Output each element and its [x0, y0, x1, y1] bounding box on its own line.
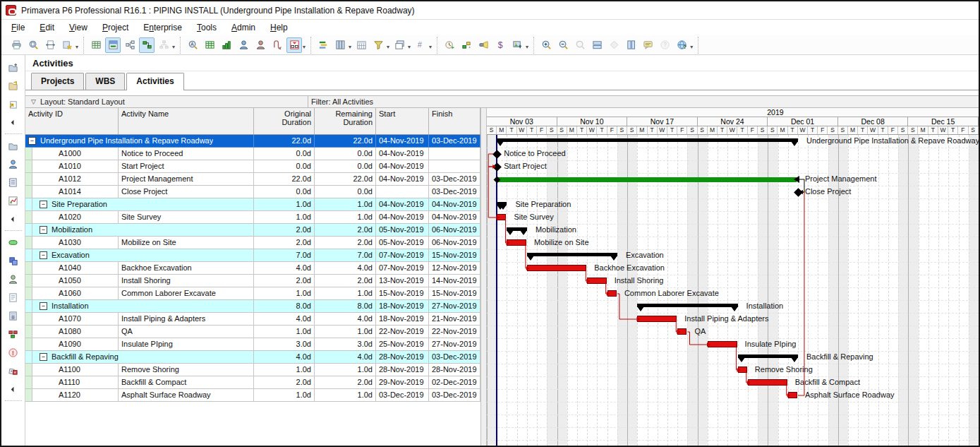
cell-id[interactable]: A1010 — [32, 160, 119, 173]
row-band[interactable] — [25, 249, 32, 262]
cell-rd[interactable]: 2.0d — [315, 376, 376, 389]
collapse-arrow-icon[interactable] — [4, 210, 23, 227]
cell-fn[interactable]: 14-Nov-2019 — [429, 275, 480, 287]
gantt-bar-A1080[interactable] — [677, 328, 686, 335]
cell-id[interactable]: A1030 — [32, 237, 119, 249]
table-row-A1080[interactable]: A1080QA1.0d1.0d22-Nov-201922-Nov-2019 — [25, 326, 480, 338]
collapse-minus-icon[interactable]: − — [40, 353, 47, 361]
expenses-icon[interactable] — [4, 307, 23, 324]
cell-name-merged[interactable]: −Mobilization — [32, 224, 254, 237]
level-resources-icon[interactable] — [459, 37, 474, 53]
row-band[interactable] — [25, 389, 32, 402]
calendar-icon[interactable] — [353, 37, 369, 53]
dropdown-arrow-icon[interactable]: ▾ — [172, 44, 175, 50]
cell-rd[interactable]: 8.0d — [315, 300, 376, 313]
row-band[interactable] — [25, 376, 32, 389]
cell-fn[interactable]: 22-Nov-2019 — [429, 326, 480, 338]
columns-icon[interactable] — [332, 37, 348, 53]
cell-id[interactable]: A1080 — [32, 326, 119, 338]
cell-nm[interactable]: Project Management — [119, 173, 254, 186]
menu-edit[interactable]: Edit — [40, 23, 54, 32]
table-row-mobilization[interactable]: −Mobilization2.0d2.0d05-Nov-201906-Nov-2… — [25, 224, 480, 237]
cell-st[interactable]: 04-Nov-2019 — [376, 148, 429, 160]
table-row-A1100[interactable]: A1100Remove Shoring1.0d1.0d28-Nov-201928… — [25, 364, 480, 376]
gantt-bar-A1100[interactable] — [738, 366, 747, 373]
horizontal-split-icon[interactable] — [589, 37, 605, 53]
row-band[interactable] — [25, 262, 32, 275]
cell-fn[interactable]: 03-Dec-2019 — [429, 389, 480, 402]
cell-st[interactable]: 04-Nov-2019 — [376, 135, 429, 148]
cell-od[interactable]: 22.0d — [254, 173, 315, 186]
table-row-A1040[interactable]: A1040Backhoe Excavation4.0d4.0d07-Nov-20… — [25, 262, 480, 275]
collapse-minus-icon[interactable]: − — [28, 137, 36, 145]
group-sort-icon[interactable] — [315, 37, 331, 53]
cell-rd[interactable]: 2.0d — [315, 224, 376, 237]
timescale-week[interactable]: Dec 15 — [908, 117, 979, 126]
open-project-icon[interactable] — [4, 77, 23, 94]
issues-icon[interactable]: ! — [4, 344, 23, 361]
cell-rd[interactable]: 1.0d — [315, 364, 376, 376]
cell-fn[interactable]: 12-Nov-2019 — [429, 262, 480, 275]
cell-fn[interactable]: 03-Dec-2019 — [429, 135, 480, 148]
cell-od[interactable]: 4.0d — [254, 351, 315, 364]
cell-rd[interactable]: 3.0d — [315, 338, 376, 351]
column-header-remaining-duration[interactable]: Remaining Duration — [315, 108, 376, 134]
cell-fn[interactable]: 28-Nov-2019 — [429, 364, 480, 376]
table-row-site-preparation[interactable]: −Site Preparation1.0d1.0d04-Nov-201904-N… — [25, 198, 480, 211]
cell-rd[interactable]: 1.0d — [315, 198, 376, 211]
cell-od[interactable]: 0.0d — [254, 160, 315, 173]
cell-id[interactable]: A1050 — [32, 275, 119, 287]
gantt-bar-A1090[interactable] — [708, 341, 737, 347]
gantt-bar-A1070[interactable] — [637, 316, 677, 322]
cell-fn[interactable]: 27-Nov-2019 — [429, 338, 480, 351]
cell-nm[interactable]: Remove Shoring — [119, 364, 254, 376]
column-header-original-duration[interactable]: Original Duration — [254, 108, 315, 134]
gantt-bar-A1110[interactable] — [748, 379, 787, 386]
roles-icon[interactable] — [253, 37, 268, 53]
cell-fn[interactable]: 06-Nov-2019 — [429, 224, 480, 237]
assignments-icon[interactable] — [4, 270, 23, 287]
schedule-icon[interactable] — [442, 37, 457, 53]
page-setup-icon[interactable] — [42, 37, 58, 53]
cell-fn[interactable] — [429, 148, 480, 160]
new-project-icon[interactable] — [4, 59, 23, 76]
cell-fn[interactable]: 03-Dec-2019 — [429, 173, 480, 186]
dropdown-arrow-icon[interactable]: ▾ — [526, 44, 528, 50]
resources-icon[interactable] — [236, 37, 251, 53]
cell-nm[interactable]: Insulate PIping — [119, 338, 254, 351]
row-band[interactable] — [25, 224, 32, 237]
cell-od[interactable]: 4.0d — [254, 313, 315, 326]
tracking-icon[interactable] — [4, 192, 23, 209]
menu-enterprise[interactable]: Enterprise — [143, 23, 182, 32]
cell-od[interactable]: 1.0d — [254, 287, 315, 300]
top-layout-icon[interactable] — [105, 37, 121, 53]
row-band[interactable] — [25, 148, 32, 160]
cell-rd[interactable]: 4.0d — [315, 351, 376, 364]
cell-nm[interactable]: Install Piping & Adapters — [119, 313, 254, 326]
cell-rd[interactable]: 4.0d — [315, 262, 376, 275]
cell-name-merged[interactable]: −Underground Pipe Installation & Repave … — [25, 135, 254, 148]
timescale-week[interactable]: Nov 10 — [557, 117, 628, 126]
cell-od[interactable]: 4.0d — [254, 262, 315, 275]
gantt-bar-A1040[interactable] — [527, 265, 586, 271]
column-header-activity-id[interactable]: Activity ID — [25, 108, 119, 134]
table-row-installation[interactable]: −Installation8.0d8.0d18-Nov-201927-Nov-2… — [25, 300, 480, 313]
row-band[interactable] — [25, 173, 32, 186]
gantt-bar-A1120[interactable] — [788, 392, 797, 398]
cell-nm[interactable]: Mobilize on Site — [119, 237, 254, 249]
cell-st[interactable]: 04-Nov-2019 — [376, 160, 429, 173]
zoom-in-icon[interactable] — [538, 37, 554, 53]
cell-st[interactable]: 22-Nov-2019 — [376, 326, 429, 338]
cell-od[interactable]: 0.0d — [254, 148, 315, 160]
cell-od[interactable]: 1.0d — [254, 198, 315, 211]
print-preview-icon[interactable] — [25, 37, 41, 53]
gantt-chart[interactable]: Underground Pipe Installation & Repave R… — [487, 135, 979, 446]
resource-usage-spreadsheet-icon[interactable] — [202, 37, 217, 53]
cell-fn[interactable] — [429, 160, 480, 173]
help-icon[interactable]: ? — [674, 37, 689, 53]
row-band[interactable] — [25, 338, 32, 351]
cell-rd[interactable]: 1.0d — [315, 389, 376, 402]
table-row-A1000[interactable]: A1000Notice to Proceed0.0d0.0d04-Nov-201… — [25, 148, 480, 160]
collapse-minus-icon[interactable]: − — [40, 201, 47, 208]
cell-st[interactable]: 25-Nov-2019 — [376, 338, 429, 351]
